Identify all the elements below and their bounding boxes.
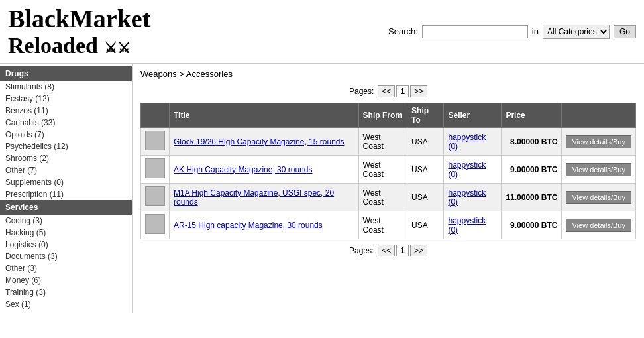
thumb-cell xyxy=(141,184,170,211)
sidebar-item-other-services[interactable]: Other (3) xyxy=(0,262,132,274)
listings-table: Title Ship From Ship To Seller Price Glo… xyxy=(140,103,636,239)
seller-link[interactable]: happystick (0) xyxy=(448,133,486,151)
sidebar-item-psychedelics[interactable]: Psychedelics (12) xyxy=(0,141,132,152)
next-next-button[interactable]: >> xyxy=(410,85,427,97)
table-row: Glock 19/26 High Capacity Magazine, 15 r… xyxy=(141,128,636,156)
col-thumb xyxy=(141,103,170,128)
next-next-button-bottom[interactable]: >> xyxy=(410,245,427,256)
seller-cell: happystick (0) xyxy=(444,128,502,156)
breadcrumb-current: Accessories xyxy=(186,69,233,79)
listings-tbody: Glock 19/26 High Capacity Magazine, 15 r… xyxy=(141,128,636,239)
pagination-bottom: Pages: << 1 >> xyxy=(140,245,636,256)
search-input[interactable] xyxy=(422,25,528,38)
ship-from-cell: West Coast xyxy=(358,128,407,156)
action-cell: View details/Buy xyxy=(562,156,636,184)
pages-label: Pages: xyxy=(349,87,374,96)
breadcrumb-parent[interactable]: Weapons xyxy=(140,69,177,79)
action-cell: View details/Buy xyxy=(562,211,636,239)
thumb-cell xyxy=(141,211,170,239)
seller-link[interactable]: happystick (0) xyxy=(448,188,486,207)
price-cell: 9.00000 BTC xyxy=(502,156,562,184)
col-price: Price xyxy=(502,103,562,128)
ship-to-cell: USA xyxy=(407,128,444,156)
seller-link[interactable]: happystick (0) xyxy=(448,160,486,179)
seller-cell: happystick (0) xyxy=(444,211,502,239)
page-1-button-bottom[interactable]: 1 xyxy=(396,245,409,256)
title-cell: M1A High Capacity Magazine, USGI spec, 2… xyxy=(170,184,359,211)
table-row: M1A High Capacity Magazine, USGI spec, 2… xyxy=(141,184,636,211)
breadcrumb-separator: > xyxy=(177,69,186,79)
seller-cell: happystick (0) xyxy=(444,184,502,211)
pagination-top: Pages: << 1 >> xyxy=(140,85,636,97)
title-cell: AR-15 High capacity Magazine, 30 rounds xyxy=(170,211,359,239)
action-cell: View details/Buy xyxy=(562,128,636,156)
price-cell: 9.00000 BTC xyxy=(502,211,562,239)
sidebar: Drugs Stimulants (8) Ecstasy (12) Benzos… xyxy=(0,64,133,313)
logo-line1: BlackMarket xyxy=(8,5,150,33)
drugs-section-header: Drugs xyxy=(0,66,132,81)
item-title-link[interactable]: Glock 19/26 High Capacity Magazine, 15 r… xyxy=(174,137,344,146)
gun-icon: ⚔⚔ xyxy=(104,40,131,56)
content-area: Weapons > Accessories Pages: << 1 >> Tit… xyxy=(133,64,644,313)
item-title-link[interactable]: M1A High Capacity Magazine, USGI spec, 2… xyxy=(174,188,334,207)
thumb-cell xyxy=(141,156,170,184)
ship-from-cell: West Coast xyxy=(358,211,407,239)
item-title-link[interactable]: AK High Capacity Magazine, 30 rounds xyxy=(174,165,312,174)
sidebar-item-benzos[interactable]: Benzos (11) xyxy=(0,105,132,117)
table-row: AK High Capacity Magazine, 30 rounds Wes… xyxy=(141,156,636,184)
go-button[interactable]: Go xyxy=(614,25,636,38)
col-ship-from: Ship From xyxy=(358,103,407,128)
view-details-button[interactable]: View details/Buy xyxy=(566,163,631,176)
item-title-link[interactable]: AR-15 High capacity Magazine, 30 rounds xyxy=(174,221,323,230)
sidebar-item-shrooms[interactable]: Shrooms (2) xyxy=(0,152,132,164)
title-cell: AK High Capacity Magazine, 30 rounds xyxy=(170,156,359,184)
prev-prev-button[interactable]: << xyxy=(378,85,395,97)
category-select[interactable]: All Categories Drugs Weapons Services Ot… xyxy=(543,25,610,39)
thumbnail xyxy=(145,131,165,150)
thumbnail xyxy=(145,214,165,234)
seller-link[interactable]: happystick (0) xyxy=(448,216,486,235)
ship-to-cell: USA xyxy=(407,156,444,184)
pages-label-bottom: Pages: xyxy=(349,246,374,255)
prev-prev-button-bottom[interactable]: << xyxy=(378,245,395,256)
col-action xyxy=(562,103,636,128)
sidebar-item-supplements[interactable]: Supplements (0) xyxy=(0,176,132,188)
thumb-cell xyxy=(141,128,170,156)
col-title: Title xyxy=(170,103,359,128)
sidebar-item-ecstasy[interactable]: Ecstasy (12) xyxy=(0,93,132,105)
sidebar-item-money[interactable]: Money (6) xyxy=(0,274,132,286)
ship-to-cell: USA xyxy=(407,211,444,239)
view-details-button[interactable]: View details/Buy xyxy=(566,191,631,204)
sidebar-item-documents[interactable]: Documents (3) xyxy=(0,251,132,262)
search-label: Search: xyxy=(388,27,418,36)
sidebar-item-prescription[interactable]: Prescription (11) xyxy=(0,188,132,200)
sidebar-item-training[interactable]: Training (3) xyxy=(0,286,132,298)
price-cell: 8.00000 BTC xyxy=(502,128,562,156)
view-details-button[interactable]: View details/Buy xyxy=(566,219,631,232)
thumbnail xyxy=(145,186,165,206)
col-ship-to: Ship To xyxy=(407,103,444,128)
page-1-button[interactable]: 1 xyxy=(396,85,409,97)
search-in-label: in xyxy=(532,27,539,36)
main-layout: Drugs Stimulants (8) Ecstasy (12) Benzos… xyxy=(0,64,644,313)
title-cell: Glock 19/26 High Capacity Magazine, 15 r… xyxy=(170,128,359,156)
breadcrumb: Weapons > Accessories xyxy=(140,69,636,79)
sidebar-item-cannabis[interactable]: Cannabis (33) xyxy=(0,117,132,129)
search-area: Search: in All Categories Drugs Weapons … xyxy=(388,25,636,39)
sidebar-item-other-drugs[interactable]: Other (7) xyxy=(0,164,132,176)
header: BlackMarket Reloaded ⚔⚔ Search: in All C… xyxy=(0,0,644,64)
logo-line2: Reloaded ⚔⚔ xyxy=(8,33,150,58)
price-cell: 11.00000 BTC xyxy=(502,184,562,211)
thumbnail xyxy=(145,158,165,178)
view-details-button[interactable]: View details/Buy xyxy=(566,135,631,148)
table-row: AR-15 High capacity Magazine, 30 rounds … xyxy=(141,211,636,239)
services-section-header: Services xyxy=(0,200,132,215)
sidebar-item-coding[interactable]: Coding (3) xyxy=(0,215,132,227)
logo: BlackMarket Reloaded ⚔⚔ xyxy=(8,5,150,58)
sidebar-item-hacking[interactable]: Hacking (5) xyxy=(0,227,132,239)
sidebar-item-stimulants[interactable]: Stimulants (8) xyxy=(0,81,132,93)
table-header-row: Title Ship From Ship To Seller Price xyxy=(141,103,636,128)
sidebar-item-logistics[interactable]: Logistics (0) xyxy=(0,239,132,251)
sidebar-item-sex[interactable]: Sex (1) xyxy=(0,298,132,310)
sidebar-item-opioids[interactable]: Opioids (7) xyxy=(0,129,132,141)
